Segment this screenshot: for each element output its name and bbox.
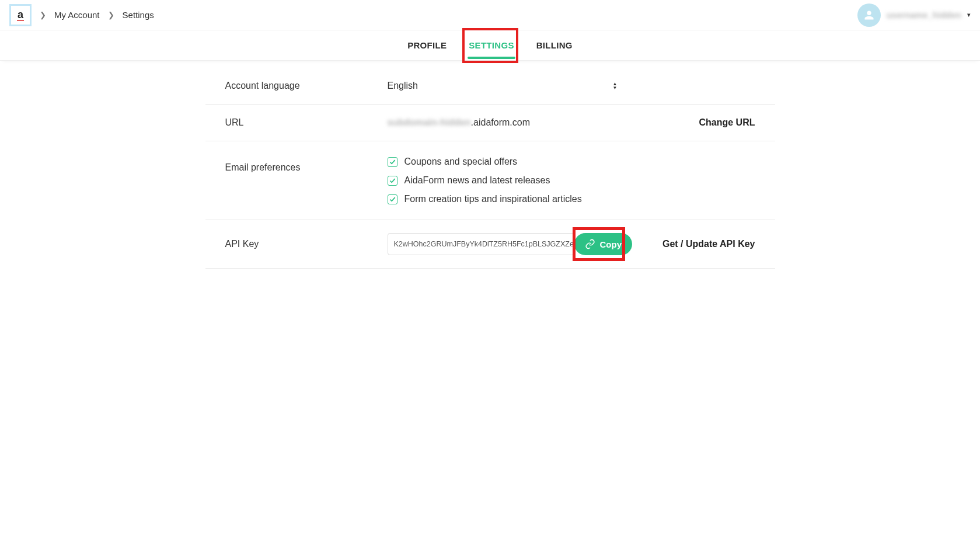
api-key-value: K2wHOhc2GRUmJFByYk4DlTZ5RH5Fc1pBLSJGZXZe… (394, 240, 574, 248)
api-key-input[interactable]: K2wHOhc2GRUmJFByYk4DlTZ5RH5Fc1pBLSJGZXZe… (388, 233, 574, 255)
select-caret-icon: ▲▼ (613, 82, 618, 90)
avatar (857, 4, 881, 27)
pref-item: AidaForm news and latest releases (388, 175, 582, 186)
check-icon (389, 196, 396, 203)
link-icon (585, 239, 595, 249)
app-logo[interactable]: a (9, 4, 32, 26)
url-domain: .aidaform.com (471, 117, 530, 127)
url-subdomain: subdomain-hidden (388, 117, 471, 127)
breadcrumb: a ❯ My Account ❯ Settings (9, 4, 154, 26)
tab-settings[interactable]: SETTINGS (468, 32, 515, 58)
label-api-key: API Key (225, 239, 388, 249)
row-language: Account language English ▲▼ (205, 78, 775, 105)
label-language: Account language (225, 81, 388, 91)
change-url-button[interactable]: Change URL (699, 117, 755, 128)
user-menu[interactable]: username_hidden ▾ (857, 4, 971, 27)
chevron-right-icon: ❯ (40, 11, 46, 19)
pref-item: Coupons and special offers (388, 156, 582, 167)
tab-profile[interactable]: PROFILE (406, 32, 448, 58)
tabs: PROFILE SETTINGS BILLING (0, 30, 980, 61)
pref-label: Coupons and special offers (404, 156, 518, 167)
row-url: URL subdomain-hidden.aidaform.com Change… (205, 105, 775, 141)
row-email-prefs: Email preferences Coupons and special of… (205, 141, 775, 220)
chevron-down-icon: ▾ (967, 11, 971, 19)
copy-button-label: Copy (600, 239, 622, 249)
breadcrumb-my-account[interactable]: My Account (54, 10, 100, 20)
copy-button[interactable]: Copy (574, 233, 633, 255)
checkbox-tips[interactable] (388, 194, 397, 204)
top-bar: a ❯ My Account ❯ Settings username_hidde… (0, 0, 980, 30)
url-value: subdomain-hidden.aidaform.com (388, 117, 699, 128)
get-update-api-key-button[interactable]: Get / Update API Key (662, 239, 755, 249)
check-icon (389, 159, 396, 165)
settings-panel: Account language English ▲▼ URL subdomai… (205, 61, 775, 292)
breadcrumb-settings[interactable]: Settings (123, 10, 154, 20)
pref-item: Form creation tips and inspirational art… (388, 194, 582, 204)
row-api-key: API Key K2wHOhc2GRUmJFByYk4DlTZ5RH5Fc1pB… (205, 220, 775, 269)
check-icon (389, 178, 396, 184)
chevron-right-icon: ❯ (108, 11, 114, 19)
checkbox-coupons[interactable] (388, 157, 397, 167)
language-select[interactable]: English ▲▼ (388, 81, 621, 91)
pref-label: AidaForm news and latest releases (404, 175, 550, 186)
label-url: URL (225, 117, 388, 128)
username-label: username_hidden (887, 10, 961, 20)
tab-billing[interactable]: BILLING (535, 32, 574, 58)
pref-label: Form creation tips and inspirational art… (404, 194, 582, 204)
label-email-prefs: Email preferences (225, 154, 388, 173)
language-value: English (388, 81, 418, 91)
checkbox-news[interactable] (388, 176, 397, 186)
email-prefs-list: Coupons and special offers AidaForm news… (388, 154, 582, 207)
app-logo-underline (17, 20, 24, 21)
user-icon (863, 9, 875, 21)
